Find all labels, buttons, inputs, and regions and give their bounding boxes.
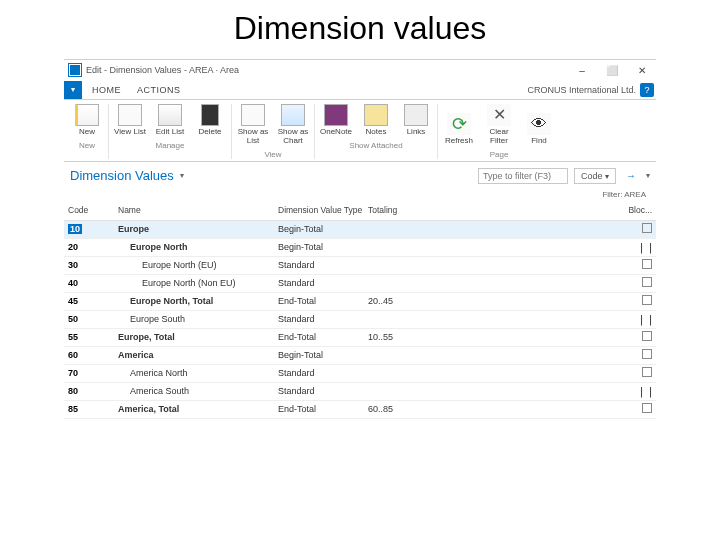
links-button[interactable]: Links [399, 104, 433, 137]
checkbox-marked-icon: | | [638, 385, 652, 398]
onenote-button[interactable]: OneNote [319, 104, 353, 137]
cell-blocked[interactable] [616, 259, 652, 271]
links-label: Links [407, 128, 426, 137]
cell-dvtype[interactable]: End-Total [278, 332, 368, 342]
group-label-page: Page [490, 150, 509, 159]
group-label-attached: Show Attached [349, 141, 402, 150]
checkbox-marked-icon: | | [638, 313, 652, 326]
cell-name[interactable]: Europe North (EU) [118, 260, 278, 270]
cell-totaling[interactable]: 60..85 [368, 404, 438, 414]
delete-button[interactable]: Delete [193, 104, 227, 137]
cell-totaling[interactable]: 10..55 [368, 332, 438, 342]
cell-blocked[interactable] [616, 349, 652, 361]
cell-dvtype[interactable]: Standard [278, 260, 368, 270]
table-row[interactable]: 30Europe North (EU)Standard [64, 257, 656, 275]
cell-code[interactable]: 10 [68, 224, 82, 234]
table-row[interactable]: 45Europe North, TotalEnd-Total20..45 [64, 293, 656, 311]
cell-code[interactable]: 60 [68, 350, 78, 360]
cell-code[interactable]: 80 [68, 386, 78, 396]
cell-code[interactable]: 20 [68, 242, 78, 252]
quick-filter-input[interactable] [478, 168, 568, 184]
tab-actions[interactable]: ACTIONS [129, 82, 189, 98]
cell-code[interactable]: 85 [68, 404, 78, 414]
cell-code[interactable]: 70 [68, 368, 78, 378]
table-row[interactable]: 80America SouthStandard| | [64, 383, 656, 401]
show-as-chart-label: Show as Chart [276, 128, 310, 146]
cell-name[interactable]: Europe, Total [118, 332, 278, 342]
cell-name[interactable]: Europe [118, 224, 278, 234]
help-button[interactable]: ? [640, 83, 654, 97]
close-button[interactable]: ✕ [634, 65, 650, 76]
ribbon-toggle[interactable]: ▾ [64, 81, 82, 99]
minimize-button[interactable]: – [574, 65, 590, 76]
apply-filter-button[interactable]: → [622, 170, 640, 181]
cell-blocked[interactable] [616, 331, 652, 343]
clear-filter-button[interactable]: ✕Clear Filter [482, 104, 516, 146]
cell-dvtype[interactable]: Standard [278, 314, 368, 324]
cell-code[interactable]: 30 [68, 260, 78, 270]
cell-code[interactable]: 55 [68, 332, 78, 342]
col-name[interactable]: Name [118, 206, 278, 215]
cell-dvtype[interactable]: End-Total [278, 296, 368, 306]
cell-totaling[interactable]: 20..45 [368, 296, 438, 306]
cell-blocked[interactable] [616, 295, 652, 307]
cell-dvtype[interactable]: End-Total [278, 404, 368, 414]
cell-blocked[interactable] [616, 403, 652, 415]
notes-icon [364, 104, 388, 126]
find-button[interactable]: 👁Find [522, 113, 556, 146]
cell-code[interactable]: 50 [68, 314, 78, 324]
cell-name[interactable]: Europe North, Total [118, 296, 278, 306]
table-row[interactable]: 20Europe NorthBegin-Total| | [64, 239, 656, 257]
view-list-button[interactable]: View List [113, 104, 147, 137]
col-bloc[interactable]: Bloc... [616, 206, 652, 215]
cell-code[interactable]: 40 [68, 278, 78, 288]
cell-blocked[interactable]: | | [616, 241, 652, 254]
cell-dvtype[interactable]: Standard [278, 386, 368, 396]
cell-name[interactable]: Europe South [118, 314, 278, 324]
table-row[interactable]: 60AmericaBegin-Total [64, 347, 656, 365]
notes-button[interactable]: Notes [359, 104, 393, 137]
cell-blocked[interactable] [616, 277, 652, 289]
cell-blocked[interactable]: | | [616, 385, 652, 398]
tab-home[interactable]: HOME [84, 82, 129, 98]
cell-dvtype[interactable]: Begin-Total [278, 350, 368, 360]
title-dropdown-icon[interactable]: ▾ [180, 171, 184, 180]
cell-name[interactable]: Europe North (Non EU) [118, 278, 278, 288]
table-row[interactable]: 55Europe, TotalEnd-Total10..55 [64, 329, 656, 347]
clear-filter-icon: ✕ [487, 104, 511, 126]
cell-blocked[interactable] [616, 367, 652, 379]
table-row[interactable]: 85America, TotalEnd-Total60..85 [64, 401, 656, 419]
page-title: Dimension Values [70, 168, 174, 183]
cell-name[interactable]: Europe North [118, 242, 278, 252]
cell-dvtype[interactable]: Standard [278, 278, 368, 288]
edit-list-button[interactable]: Edit List [153, 104, 187, 137]
new-button[interactable]: New [70, 104, 104, 137]
cell-name[interactable]: America South [118, 386, 278, 396]
cell-name[interactable]: America North [118, 368, 278, 378]
cell-name[interactable]: America [118, 350, 278, 360]
filter-field-label: Code [581, 171, 603, 181]
col-dvtype[interactable]: Dimension Value Type [278, 206, 368, 215]
cell-dvtype[interactable]: Standard [278, 368, 368, 378]
cell-blocked[interactable] [616, 223, 652, 235]
filter-field-select[interactable]: Code ▾ [574, 168, 616, 184]
show-as-list-button[interactable]: Show as List [236, 104, 270, 146]
cell-name[interactable]: America, Total [118, 404, 278, 414]
table-row[interactable]: 70America NorthStandard [64, 365, 656, 383]
cell-dvtype[interactable]: Begin-Total [278, 224, 368, 234]
col-totaling[interactable]: Totaling [368, 206, 438, 215]
titlebar: Edit - Dimension Values - AREA · Area – … [64, 60, 656, 80]
checkbox-empty-icon [642, 367, 652, 377]
panel-toggle-icon[interactable]: ▾ [646, 171, 650, 180]
show-as-chart-button[interactable]: Show as Chart [276, 104, 310, 146]
maximize-button[interactable]: ⬜ [604, 65, 620, 76]
table-row[interactable]: 40Europe North (Non EU)Standard [64, 275, 656, 293]
cell-dvtype[interactable]: Begin-Total [278, 242, 368, 252]
refresh-button[interactable]: ⟳Refresh [442, 113, 476, 146]
cell-blocked[interactable]: | | [616, 313, 652, 326]
col-code[interactable]: Code [68, 206, 118, 215]
cell-code[interactable]: 45 [68, 296, 78, 306]
table-row[interactable]: 50Europe SouthStandard| | [64, 311, 656, 329]
table-row[interactable]: 10EuropeBegin-Total [64, 221, 656, 239]
app-window: Edit - Dimension Values - AREA · Area – … [64, 59, 656, 419]
